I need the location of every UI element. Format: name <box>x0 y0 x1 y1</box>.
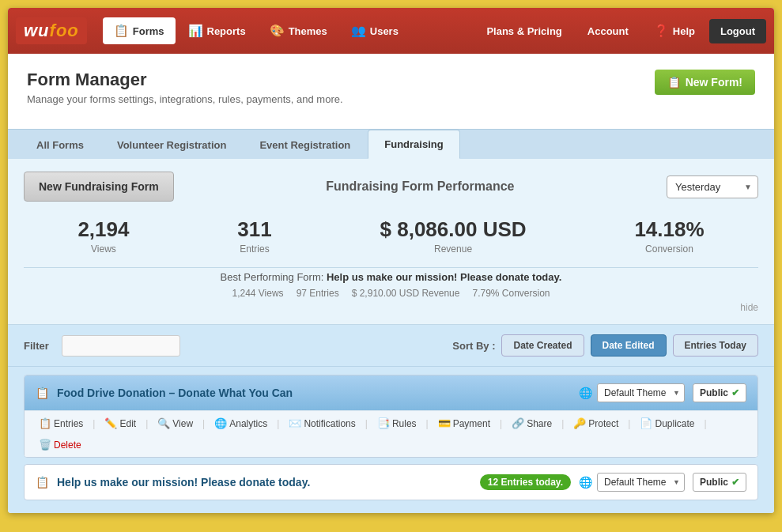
stat-revenue: $ 8,086.00 USD Revenue <box>380 217 527 255</box>
best-performing-name: Help us make our mission! Please donate … <box>327 271 561 283</box>
nav-right: Plans & Pricing Account ❓ Help Logout <box>475 17 766 44</box>
public-badge: Public ✔ <box>693 383 746 402</box>
entries-today-badge: 12 Entries today. <box>480 474 571 490</box>
tab-all-forms[interactable]: All Forms <box>21 131 100 159</box>
form2-public-badge: Public ✔ <box>693 473 746 492</box>
entries-icon: 📋 <box>39 417 51 429</box>
nav-account[interactable]: Account <box>576 19 640 43</box>
duplicate-icon: 📄 <box>640 417 652 429</box>
form-card: 📋 Food Drive Donation – Donate What You … <box>24 375 758 458</box>
rules-icon: 📑 <box>377 417 390 429</box>
sort-group: Sort By : Date Created Date Edited Entri… <box>452 334 758 357</box>
tab-event[interactable]: Event Registration <box>244 131 366 159</box>
best-performing: Best Performing Form: Help us make our m… <box>24 271 758 283</box>
notifications-action[interactable]: ✉️ Notifications <box>285 416 358 431</box>
forms-list: 📋 Food Drive Donation – Donate What You … <box>8 367 774 513</box>
stat-conversion: 14.18% Conversion <box>634 217 704 255</box>
stat-entries: 311 Entries <box>237 217 271 255</box>
main-nav: 📋 Forms 📊 Reports 🎨 Themes 👥 Users <box>103 17 476 44</box>
perf-title: Fundraising Form Performance <box>190 179 651 194</box>
app-container: wufoo 📋 Forms 📊 Reports 🎨 Themes 👥 Users <box>8 8 774 513</box>
new-form-icon: 📋 <box>667 76 681 89</box>
form-card-simple: 📋 Help us make our mission! Please donat… <box>24 464 758 500</box>
filter-input[interactable] <box>62 335 180 357</box>
perf-dropdown[interactable]: Yesterday Today Last 7 Days Last 30 Days <box>667 175 758 198</box>
entries-action[interactable]: 📋 Entries <box>36 416 86 431</box>
form-icon: 📋 <box>36 387 49 399</box>
view-icon: 🔍 <box>157 417 170 429</box>
payment-icon: 💳 <box>438 417 451 429</box>
logout-button[interactable]: Logout <box>709 19 766 43</box>
forms-icon: 📋 <box>114 24 129 38</box>
new-fundraising-form-button[interactable]: New Fundraising Form <box>24 172 174 202</box>
header: wufoo 📋 Forms 📊 Reports 🎨 Themes 👥 Users <box>8 8 774 54</box>
sort-label: Sort By : <box>452 340 495 352</box>
perf-divider <box>24 267 758 268</box>
form2-theme-group: 🌐 Default Theme <box>579 473 685 492</box>
delete-action[interactable]: 🗑️ Delete <box>36 437 85 452</box>
view-action[interactable]: 🔍 View <box>154 416 196 431</box>
form-card-header: 📋 Food Drive Donation – Donate What You … <box>25 375 757 410</box>
edit-action[interactable]: ✏️ Edit <box>101 416 139 431</box>
new-form-button[interactable]: 📋 New Form! <box>655 70 755 95</box>
hide-link[interactable]: hide <box>24 299 758 316</box>
reports-icon: 📊 <box>188 24 203 38</box>
sort-date-edited-button[interactable]: Date Edited <box>591 334 667 357</box>
payment-action[interactable]: 💳 Payment <box>435 416 493 431</box>
themes-icon: 🎨 <box>270 24 285 38</box>
tabs-bar: All Forms Volunteer Registration Event R… <box>8 129 774 159</box>
analytics-action[interactable]: 🌐 Analytics <box>211 416 270 431</box>
rules-action[interactable]: 📑 Rules <box>374 416 420 431</box>
logo-foo: foo <box>50 21 79 40</box>
logo[interactable]: wufoo <box>16 17 87 44</box>
notifications-icon: ✉️ <box>289 417 301 429</box>
nav-help[interactable]: ❓ Help <box>643 17 706 44</box>
users-icon: 👥 <box>351 24 366 38</box>
form-theme-group: 🌐 Default Theme <box>579 383 685 402</box>
sort-date-created-button[interactable]: Date Created <box>501 334 584 357</box>
page-subtitle: Manage your forms settings, integrations… <box>27 93 343 105</box>
performance-section: New Fundraising Form Fundraising Form Pe… <box>8 159 774 325</box>
form-title-link[interactable]: Food Drive Donation – Donate What You Ca… <box>57 387 571 399</box>
share-action[interactable]: 🔗 Share <box>508 416 555 431</box>
form2-public-check: ✔ <box>731 477 739 488</box>
nav-reports[interactable]: 📊 Reports <box>177 17 257 44</box>
best-perf-stats: 1,244 Views 97 Entries $ 2,910.00 USD Re… <box>24 288 758 299</box>
tab-volunteer[interactable]: Volunteer Registration <box>101 131 242 159</box>
help-icon: ❓ <box>654 24 669 38</box>
perf-stats: 2,194 Views 311 Entries $ 8,086.00 USD R… <box>24 217 758 255</box>
theme-select[interactable]: Default Theme <box>597 383 685 402</box>
theme-icon: 🌐 <box>579 387 592 399</box>
perf-dropdown-wrapper: Yesterday Today Last 7 Days Last 30 Days <box>667 175 758 198</box>
protect-icon: 🔑 <box>573 417 586 429</box>
theme2-icon: 🌐 <box>579 476 592 489</box>
public-check: ✔ <box>731 387 739 398</box>
filter-label: Filter <box>24 340 49 352</box>
nav-themes[interactable]: 🎨 Themes <box>259 17 338 44</box>
logo-wu: wu <box>24 21 50 40</box>
page-title: Form Manager <box>27 70 343 90</box>
form-actions: 📋 Entries | ✏️ Edit | 🔍 View | 🌐 Analyti… <box>25 410 757 457</box>
page-content: Form Manager Manage your forms settings,… <box>8 54 774 129</box>
form2-icon: 📋 <box>36 476 49 489</box>
edit-icon: ✏️ <box>104 417 117 429</box>
theme2-select[interactable]: Default Theme <box>597 473 685 492</box>
delete-icon: 🗑️ <box>39 439 51 451</box>
analytics-icon: 🌐 <box>214 417 227 429</box>
nav-users[interactable]: 👥 Users <box>340 17 410 44</box>
perf-top: New Fundraising Form Fundraising Form Pe… <box>24 172 758 202</box>
tab-fundraising[interactable]: Fundraising <box>368 130 459 159</box>
form2-title-link[interactable]: Help us make our mission! Please donate … <box>57 476 472 489</box>
sort-entries-today-button[interactable]: Entries Today <box>673 334 758 357</box>
page-header-row: Form Manager Manage your forms settings,… <box>27 70 755 116</box>
stat-views: 2,194 Views <box>77 217 129 255</box>
protect-action[interactable]: 🔑 Protect <box>570 416 621 431</box>
filter-section: Filter Sort By : Date Created Date Edite… <box>8 325 774 367</box>
nav-plans[interactable]: Plans & Pricing <box>475 19 572 43</box>
share-icon: 🔗 <box>512 417 524 429</box>
nav-forms[interactable]: 📋 Forms <box>103 17 176 44</box>
duplicate-action[interactable]: 📄 Duplicate <box>637 416 697 431</box>
